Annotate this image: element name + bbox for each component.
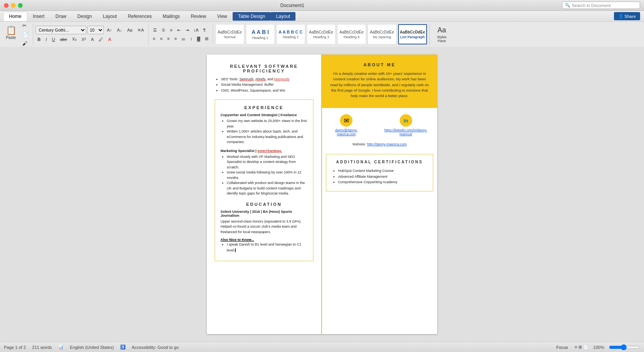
- job2-bullet-1: Worked closely with VP Marketing and SEO…: [227, 154, 308, 170]
- tab-home[interactable]: Home: [3, 12, 27, 21]
- styles-group: AaBbCcDdEe Normal A A B I Heading 1 A A …: [215, 24, 430, 45]
- email-icon: ✉: [340, 114, 352, 127]
- justify-button[interactable]: ≡: [173, 35, 179, 42]
- close-button[interactable]: [4, 3, 9, 8]
- styles-pane-button[interactable]: Aa Styles Pane: [432, 25, 452, 44]
- tab-view[interactable]: View: [212, 12, 233, 21]
- job1-title: Copywriter and Content Strategist | Free…: [221, 113, 308, 117]
- certifications-title: ADDITIONAL CERTIFICATIONS: [332, 160, 427, 164]
- minimize-button[interactable]: [11, 3, 16, 8]
- tab-review[interactable]: Review: [185, 12, 212, 21]
- font-size-select[interactable]: 10: [87, 26, 104, 34]
- education-school: Solent University | 2016 | BA (Hons) Spo…: [221, 210, 308, 218]
- style-heading3[interactable]: AaBbCcDdEe Heading 3: [307, 24, 336, 44]
- decrease-font-button[interactable]: A↓: [115, 27, 124, 34]
- style-heading2[interactable]: A A B B C C Heading 2: [276, 24, 305, 44]
- page-right: ABOUT ME I'm a deeply creative writer wi…: [322, 55, 437, 334]
- software-bullet-2: Social Media Management: Buffer: [221, 82, 313, 87]
- education-title: EDUCATION: [221, 202, 308, 207]
- software-title: RELEVANT SOFTWARE PROFICIENCY: [215, 64, 313, 73]
- show-marks-button[interactable]: ¶: [201, 27, 208, 34]
- superscript-button[interactable]: X²: [80, 36, 88, 43]
- linkedin-link[interactable]: https://linkedin.com/in/danny-maiorca/: [379, 128, 433, 136]
- align-left-button[interactable]: ≡: [151, 35, 157, 42]
- cut-button[interactable]: ✂: [20, 22, 30, 30]
- columns-button[interactable]: ⚌: [180, 35, 187, 42]
- align-right-button[interactable]: ≡: [165, 35, 171, 42]
- status-bar: Page 1 of 2 211 words 📊 English (United …: [0, 342, 644, 352]
- job1-bullet-2: Written 1,000+ articles about SaaS, tech…: [227, 129, 308, 145]
- shading-button[interactable]: ▓: [195, 35, 202, 42]
- share-button[interactable]: 👤 Share: [614, 12, 640, 20]
- tab-references[interactable]: References: [122, 12, 157, 21]
- maximize-button[interactable]: [18, 3, 23, 8]
- page-container: RELEVANT SOFTWARE PROFICIENCY SEO Tools:…: [207, 55, 437, 334]
- education-section: EDUCATION Solent University | 2016 | BA …: [221, 202, 308, 253]
- software-section: RELEVANT SOFTWARE PROFICIENCY SEO Tools:…: [215, 64, 313, 93]
- toolbar-row: 📋 Paste ✂ 📄 🖌 Century Gothi... 10 A↑ A↓ …: [0, 22, 644, 47]
- decrease-indent-button[interactable]: ⇤: [175, 27, 183, 34]
- email-link[interactable]: danny@danny-maiorca.com: [326, 128, 367, 136]
- focus-button[interactable]: Focus: [554, 344, 570, 351]
- tab-insert[interactable]: Insert: [27, 12, 50, 21]
- page-info: Page 1 of 2: [4, 345, 26, 350]
- increase-indent-button[interactable]: ⇥: [183, 27, 191, 34]
- line-spacing-button[interactable]: ↕: [188, 35, 194, 42]
- font-group: Century Gothi... 10 A↑ A↓ Aa ✕A B I U ab…: [36, 24, 149, 45]
- tab-mailings[interactable]: Mailings: [157, 12, 185, 21]
- borders-button[interactable]: ⊞: [203, 35, 210, 42]
- window-title: Document1: [280, 3, 304, 8]
- paste-button[interactable]: 📋 Paste: [2, 25, 20, 44]
- linkedin-icon: in: [400, 114, 412, 127]
- text-cursor: [235, 248, 236, 252]
- website-line: Website: http://danny-maiorca.com: [352, 142, 407, 146]
- tab-layout[interactable]: Layout: [97, 12, 122, 21]
- italic-button[interactable]: I: [44, 36, 49, 43]
- ribbon-tabs[interactable]: Home Insert Draw Design Layout Reference…: [0, 11, 644, 22]
- paste-group: 📋 Paste ✂ 📄 🖌: [2, 24, 33, 45]
- search-bar[interactable]: 🔍 Search in Document: [562, 2, 640, 9]
- multilevel-button[interactable]: ≡: [168, 27, 174, 34]
- style-heading4[interactable]: AaBbCcDdEe Heading 4: [337, 24, 366, 44]
- copy-button[interactable]: 📄: [20, 30, 30, 39]
- title-bar-right: 🔍 Search in Document: [562, 2, 640, 9]
- strikethrough-button[interactable]: abc: [58, 36, 69, 43]
- style-list-paragraph[interactable]: AaBbCcDdEe List Paragraph: [398, 24, 427, 44]
- contact-section: ✉ danny@danny-maiorca.com in https://lin…: [322, 108, 437, 150]
- tab-layout-table[interactable]: Layout: [270, 12, 295, 21]
- change-case-button[interactable]: Aa: [125, 27, 134, 34]
- style-no-spacing[interactable]: AaBbCcDdEe No Spacing: [368, 24, 397, 44]
- increase-font-button[interactable]: A↑: [105, 27, 114, 34]
- about-me-text: I'm a deeply creative writer with 10+ ye…: [329, 71, 430, 99]
- highlight-button[interactable]: 🖊: [97, 36, 105, 43]
- job1-bullets: Grown my own website to 20,000+ views in…: [221, 119, 308, 145]
- tab-table-design[interactable]: Table Design: [233, 12, 270, 21]
- style-heading1[interactable]: A A B I Heading 1: [246, 24, 275, 44]
- font-color-button[interactable]: A: [89, 36, 96, 43]
- certifications-box: ADDITIONAL CERTIFICATIONS HubSpot Conten…: [326, 154, 433, 191]
- job2-title: Marketing Specialist | emerchantpay.: [221, 149, 308, 153]
- clear-format-button[interactable]: ✕A: [135, 27, 146, 34]
- window-controls[interactable]: [4, 3, 23, 8]
- bullets-button[interactable]: ☰: [151, 27, 159, 34]
- align-center-button[interactable]: ≡: [158, 35, 164, 42]
- certifications-list: HubSpot Content Marketing Course Advance…: [332, 168, 427, 185]
- tab-design[interactable]: Design: [72, 12, 97, 21]
- about-me-box: ABOUT ME I'm a deeply creative writer wi…: [322, 55, 437, 108]
- website-url[interactable]: http://danny-maiorca.com: [367, 142, 407, 146]
- styles-pane-icon: Aa: [438, 26, 446, 34]
- tab-draw[interactable]: Draw: [50, 12, 72, 21]
- sort-button[interactable]: ↕A: [192, 27, 201, 34]
- text-color-button[interactable]: A: [106, 36, 113, 43]
- style-normal[interactable]: AaBbCcDdEe Normal: [215, 24, 244, 44]
- paste-icon: 📋: [6, 26, 16, 35]
- underline-button[interactable]: U: [50, 36, 57, 43]
- bold-button[interactable]: B: [36, 36, 43, 43]
- font-family-select[interactable]: Century Gothi...: [36, 26, 86, 34]
- zoom-slider[interactable]: [609, 344, 640, 350]
- job2-bullet-3: Collaborated with product and design tea…: [227, 180, 308, 196]
- format-painter-button[interactable]: 🖌: [20, 39, 30, 47]
- job2-bullet-2: Grew social media following by over 100%…: [227, 170, 308, 180]
- numbering-button[interactable]: ①: [160, 27, 167, 34]
- subscript-button[interactable]: X₂: [70, 35, 78, 43]
